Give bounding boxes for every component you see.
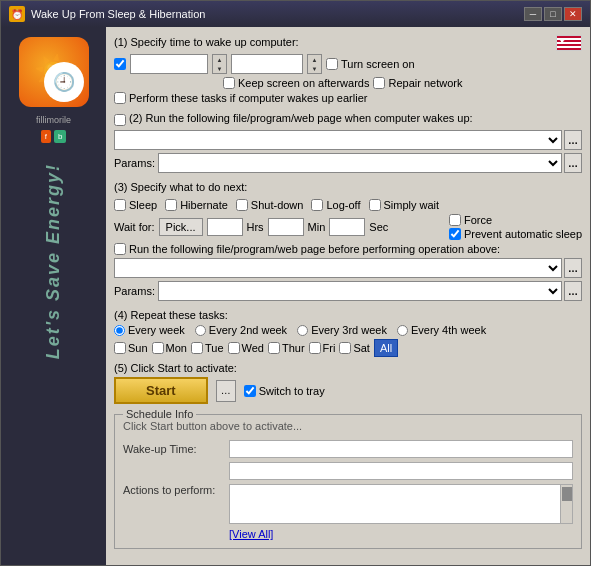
thur-label: Thur	[282, 342, 305, 354]
schedule-scrollbar[interactable]	[560, 485, 572, 523]
hibernate-option[interactable]: Hibernate	[165, 199, 228, 211]
every-week-option[interactable]: Every week	[114, 324, 185, 336]
tue-day[interactable]: Tue	[191, 342, 224, 354]
prevent-checkbox[interactable]	[449, 228, 461, 240]
repeat-options-row: Every week Every 2nd week Every 3rd week…	[114, 324, 582, 336]
all-button[interactable]: All	[374, 339, 398, 357]
perform-earlier-checkbox-label[interactable]: Perform these tasks if computer wakes up…	[114, 92, 367, 104]
click-start-row: Start … Switch to tray	[114, 377, 582, 404]
mon-day[interactable]: Mon	[152, 342, 187, 354]
hrs-input[interactable]	[207, 218, 243, 236]
section2-checkbox[interactable]	[114, 114, 126, 126]
keep-screen-checkbox-label[interactable]: Keep screen on afterwards	[223, 77, 369, 89]
perform-earlier-label: Perform these tasks if computer wakes up…	[129, 92, 367, 104]
section3-wait-row: Wait for: Pick... Hrs Min Sec Force	[114, 214, 582, 240]
sat-checkbox[interactable]	[339, 342, 351, 354]
pick-button[interactable]: Pick...	[159, 218, 203, 236]
section2-file-select[interactable]	[114, 130, 562, 150]
sun-checkbox[interactable]	[114, 342, 126, 354]
date-spinner[interactable]: ▲ ▼	[212, 54, 227, 74]
logoff-checkbox[interactable]	[311, 199, 323, 211]
every-2nd-option[interactable]: Every 2nd week	[195, 324, 287, 336]
shutdown-checkbox[interactable]	[236, 199, 248, 211]
repair-network-checkbox-label[interactable]: Repair network	[373, 77, 462, 89]
sat-day[interactable]: Sat	[339, 342, 370, 354]
every-3rd-radio[interactable]	[297, 325, 308, 336]
time-input[interactable]: 09:19:00	[231, 54, 303, 74]
section3-params-label: Params:	[114, 285, 156, 297]
turn-screen-label: Turn screen on	[341, 58, 415, 70]
time-spin-up[interactable]: ▲	[308, 55, 321, 64]
date-spin-down[interactable]: ▼	[213, 64, 226, 73]
date-checkbox-label[interactable]	[114, 58, 126, 70]
every-4th-radio[interactable]	[397, 325, 408, 336]
tue-checkbox[interactable]	[191, 342, 203, 354]
every-4th-option[interactable]: Every 4th week	[397, 324, 486, 336]
section2-more-btn[interactable]: …	[564, 130, 582, 150]
turn-screen-checkbox[interactable]	[326, 58, 338, 70]
perform-earlier-checkbox[interactable]	[114, 92, 126, 104]
section2-params-select[interactable]	[158, 153, 562, 173]
actions-row: Actions to perform:	[123, 484, 573, 524]
close-button[interactable]: ✕	[564, 7, 582, 21]
every-2nd-radio[interactable]	[195, 325, 206, 336]
wed-day[interactable]: Wed	[228, 342, 264, 354]
section5-label: (5) Click Start to activate:	[114, 362, 582, 374]
keep-screen-checkbox[interactable]	[223, 77, 235, 89]
thur-day[interactable]: Thur	[268, 342, 305, 354]
section3-more-btn[interactable]: …	[564, 258, 582, 278]
simply-wait-option[interactable]: Simply wait	[369, 199, 440, 211]
simply-wait-checkbox[interactable]	[369, 199, 381, 211]
section2-params-more-btn[interactable]: …	[564, 153, 582, 173]
section3-header-row: (3) Specify what to do next:	[114, 181, 582, 196]
run-before-checkbox-label[interactable]: Run the following file/program/web page …	[114, 243, 500, 255]
switch-tray-checkbox[interactable]	[244, 385, 256, 397]
prevent-label: Prevent automatic sleep	[464, 228, 582, 240]
section3-file-select[interactable]	[114, 258, 562, 278]
force-checkbox[interactable]	[449, 214, 461, 226]
mon-checkbox[interactable]	[152, 342, 164, 354]
wed-checkbox[interactable]	[228, 342, 240, 354]
shutdown-option[interactable]: Shut-down	[236, 199, 304, 211]
section4: (4) Repeat these tasks: Every week Every…	[114, 309, 582, 357]
logoff-option[interactable]: Log-off	[311, 199, 360, 211]
every-3rd-option[interactable]: Every 3rd week	[297, 324, 387, 336]
section3-params-select[interactable]	[158, 281, 562, 301]
maximize-button[interactable]: □	[544, 7, 562, 21]
force-option[interactable]: Force	[449, 214, 582, 226]
sleep-option[interactable]: Sleep	[114, 199, 157, 211]
date-input[interactable]: 2016-09-27	[130, 54, 208, 74]
section3-params-more-btn[interactable]: …	[564, 281, 582, 301]
section1-perform-row: Perform these tasks if computer wakes up…	[114, 92, 582, 104]
sun-label: Sun	[128, 342, 148, 354]
sec-input[interactable]	[329, 218, 365, 236]
minimize-button[interactable]: ─	[524, 7, 542, 21]
hrs-label: Hrs	[247, 221, 264, 233]
fri-day[interactable]: Fri	[309, 342, 336, 354]
repair-network-checkbox[interactable]	[373, 77, 385, 89]
fri-checkbox[interactable]	[309, 342, 321, 354]
run-before-checkbox[interactable]	[114, 243, 126, 255]
min-input[interactable]	[268, 218, 304, 236]
thur-checkbox[interactable]	[268, 342, 280, 354]
time-spin-down[interactable]: ▼	[308, 64, 321, 73]
sleep-checkbox[interactable]	[114, 199, 126, 211]
schedule-group-title: Schedule Info	[123, 408, 196, 420]
every-3rd-label: Every 3rd week	[311, 324, 387, 336]
simply-wait-label: Simply wait	[384, 199, 440, 211]
section2-checkbox-label[interactable]: (2) Run the following file/program/web p…	[114, 112, 473, 127]
sun-day[interactable]: Sun	[114, 342, 148, 354]
time-spinner[interactable]: ▲ ▼	[307, 54, 322, 74]
view-all-link[interactable]: [View All]	[229, 528, 273, 540]
switch-tray-label[interactable]: Switch to tray	[244, 385, 325, 397]
section3: (3) Specify what to do next: Sleep Hiber…	[114, 181, 582, 304]
prevent-option[interactable]: Prevent automatic sleep	[449, 228, 582, 240]
hibernate-checkbox[interactable]	[165, 199, 177, 211]
start-dots-btn[interactable]: …	[216, 380, 236, 402]
title-bar: ⏰ Wake Up From Sleep & Hibernation ─ □ ✕	[1, 1, 590, 27]
start-button[interactable]: Start	[114, 377, 208, 404]
turn-screen-checkbox-label[interactable]: Turn screen on	[326, 58, 415, 70]
every-week-radio[interactable]	[114, 325, 125, 336]
date-checkbox[interactable]	[114, 58, 126, 70]
date-spin-up[interactable]: ▲	[213, 55, 226, 64]
